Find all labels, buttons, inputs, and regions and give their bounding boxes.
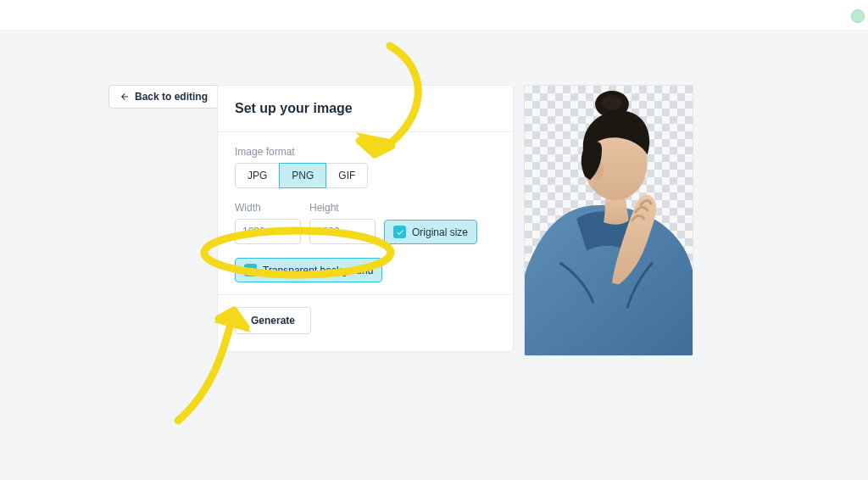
- photo-subject: [525, 86, 693, 355]
- back-to-editing-button[interactable]: Back to editing: [108, 85, 219, 109]
- checkbox-icon: [244, 264, 257, 276]
- format-label: Image format: [235, 146, 496, 158]
- setup-card: Set up your image Image format JPG PNG G…: [217, 85, 514, 352]
- avatar[interactable]: [851, 9, 865, 23]
- checkbox-icon: [393, 226, 406, 238]
- width-input[interactable]: [235, 219, 301, 244]
- height-label: Height: [309, 202, 376, 214]
- gif-format-button[interactable]: GIF: [326, 163, 368, 188]
- back-button-label: Back to editing: [135, 91, 208, 103]
- format-button-group: JPG PNG GIF: [235, 163, 496, 188]
- page-body: Back to editing Set up your image Image …: [0, 31, 868, 480]
- top-bar: [0, 0, 868, 31]
- dimensions-row: Width Height Original size: [235, 202, 496, 244]
- width-label: Width: [235, 202, 301, 214]
- transparent-bg-chip[interactable]: Transparent background: [235, 258, 382, 282]
- height-input[interactable]: [309, 219, 376, 244]
- arrow-left-icon: [120, 92, 130, 102]
- transparent-bg-label: Transparent background: [263, 265, 373, 276]
- card-title: Set up your image: [218, 86, 513, 131]
- png-format-button[interactable]: PNG: [279, 163, 326, 188]
- original-size-chip[interactable]: Original size: [384, 220, 477, 244]
- svg-point-3: [602, 95, 622, 110]
- form-area: Image format JPG PNG GIF Width Height: [218, 132, 513, 294]
- original-size-label: Original size: [412, 226, 468, 238]
- jpg-format-button[interactable]: JPG: [235, 163, 280, 188]
- image-preview: [524, 85, 693, 356]
- generate-button[interactable]: Generate: [235, 307, 311, 334]
